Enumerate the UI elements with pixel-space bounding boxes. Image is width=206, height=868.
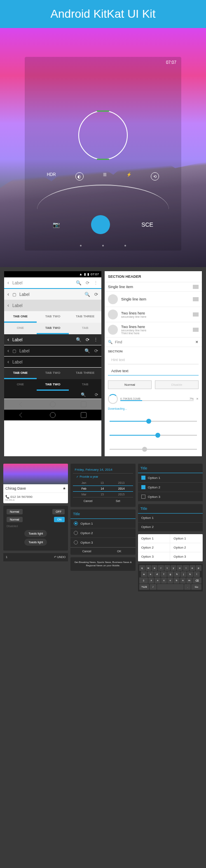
tab-one[interactable]: TAB ONE: [4, 368, 37, 379]
settings-sliders-icon[interactable]: ☰: [103, 172, 107, 181]
tab-one[interactable]: ONE: [4, 323, 37, 334]
menu-item[interactable]: Option 2: [170, 543, 203, 552]
key[interactable]: h: [174, 571, 180, 577]
go-key[interactable]: Go: [191, 584, 201, 590]
key[interactable]: /: [150, 584, 156, 590]
date-selected[interactable]: Feb142014: [73, 486, 133, 492]
search-icon[interactable]: 🔍: [84, 292, 90, 297]
tab-three[interactable]: TAB THREE: [69, 311, 101, 323]
slider[interactable]: [110, 435, 197, 436]
nav-back-button[interactable]: [19, 413, 24, 418]
list-item[interactable]: Single line item: [105, 292, 202, 307]
exposure-icon[interactable]: ◐: [75, 172, 84, 181]
phone-icon[interactable]: 📞: [5, 495, 9, 499]
key[interactable]: r: [158, 565, 164, 571]
refresh-icon[interactable]: ⟳: [86, 337, 89, 343]
find-input[interactable]: [115, 340, 193, 344]
tab-two[interactable]: TAB TWO: [37, 368, 69, 379]
text-input-hint[interactable]: Hint text: [108, 356, 199, 364]
tab-three[interactable]: TAB: [69, 323, 101, 334]
overflow-icon[interactable]: ⋮: [94, 337, 98, 343]
key[interactable]: j: [180, 571, 187, 577]
checkbox-option[interactable]: Option 2: [138, 483, 203, 492]
switch-on[interactable]: ON: [54, 517, 65, 522]
nav-home-button[interactable]: [50, 412, 56, 418]
key[interactable]: u: [177, 565, 183, 571]
key[interactable]: m: [186, 577, 192, 584]
focus-ring[interactable]: [78, 110, 128, 160]
menu-item[interactable]: Option 3: [170, 552, 203, 561]
hdr-toggle[interactable]: HDR: [47, 172, 56, 181]
tab-three[interactable]: TAB: [69, 379, 101, 391]
undo-button[interactable]: ↶ UNDO: [54, 556, 66, 559]
key[interactable]: z: [148, 577, 154, 584]
key[interactable]: c: [161, 577, 167, 584]
key[interactable]: s: [147, 571, 154, 577]
close-icon[interactable]: ✕: [195, 340, 199, 344]
checkbox-option[interactable]: Option 3: [138, 492, 203, 502]
key[interactable]: l: [194, 571, 200, 577]
menu-item[interactable]: Option 1: [170, 534, 203, 543]
key[interactable]: g: [167, 571, 173, 577]
star-icon[interactable]: ★: [63, 486, 66, 490]
menu-item[interactable]: Option 2: [138, 543, 171, 552]
key[interactable]: t: [164, 565, 170, 571]
radio-option[interactable]: Option 3: [70, 538, 135, 547]
search-icon[interactable]: 🔍: [76, 280, 82, 286]
key[interactable]: e: [152, 565, 157, 571]
flash-icon[interactable]: ⚡: [126, 172, 131, 181]
overflow-icon[interactable]: ⋮: [94, 280, 98, 286]
tab-three[interactable]: TAB THREE: [69, 368, 101, 379]
list-item[interactable]: Two lines heresecondary line hereThird l…: [105, 322, 202, 338]
tab-two[interactable]: TAB TWO: [37, 323, 69, 334]
backspace-key[interactable]: ⌫: [192, 577, 201, 584]
menu-item[interactable]: Option 1: [138, 534, 171, 543]
nav-recent-button[interactable]: [81, 401, 87, 407]
set-button[interactable]: Set: [103, 497, 133, 504]
provide-year[interactable]: ✓ Provide a year: [73, 474, 133, 480]
list-item[interactable]: Single line item: [105, 282, 202, 292]
contact-card[interactable]: Chirag Dave★ 📞 012 34 567890MOBILE: [3, 464, 68, 503]
nav-home-button[interactable]: [50, 401, 56, 407]
key[interactable]: q: [139, 565, 145, 571]
tab-two[interactable]: TAB TWO: [37, 311, 69, 323]
normal-button[interactable]: Normal: [108, 380, 152, 389]
cancel-button[interactable]: Cancel: [73, 497, 103, 504]
key[interactable]: k: [187, 571, 193, 577]
shift-key[interactable]: ⇧: [139, 577, 148, 584]
refresh-icon[interactable]: ⟳: [95, 392, 98, 397]
back-icon[interactable]: ‹: [7, 291, 9, 297]
menu-item[interactable]: Option 3: [138, 552, 171, 561]
nav-recent-button[interactable]: [81, 412, 87, 418]
key[interactable]: i: [183, 565, 189, 571]
switch-camera-icon[interactable]: ⟲: [151, 172, 159, 181]
key[interactable]: .: [184, 584, 191, 590]
search-icon[interactable]: 🔍: [76, 337, 82, 343]
checkbox-option[interactable]: Option 1: [138, 473, 203, 483]
key[interactable]: x: [154, 577, 160, 584]
cancel-button[interactable]: Cancel: [70, 548, 103, 555]
key[interactable]: n: [180, 577, 186, 584]
key[interactable]: a: [141, 571, 147, 577]
back-icon[interactable]: ‹: [7, 337, 9, 343]
ok-button[interactable]: OK: [103, 548, 136, 555]
key[interactable]: o: [190, 565, 195, 571]
text-input-active[interactable]: Active text: [108, 367, 199, 375]
refresh-icon[interactable]: ⟳: [94, 292, 98, 297]
back-icon[interactable]: ‹: [7, 348, 9, 354]
item-action-icon[interactable]: [193, 297, 199, 301]
normal-button[interactable]: Normal: [7, 509, 23, 514]
key[interactable]: d: [154, 571, 160, 577]
gallery-icon[interactable]: 📷: [53, 221, 60, 228]
scene-mode[interactable]: SCE: [141, 221, 153, 228]
radio-option[interactable]: Option 1: [70, 519, 135, 528]
nav-back-button[interactable]: [19, 402, 24, 407]
key[interactable]: f: [161, 571, 167, 577]
back-icon[interactable]: ‹: [7, 280, 9, 286]
symbols-key[interactable]: ?123: [139, 584, 150, 590]
back-icon[interactable]: ‹: [7, 359, 9, 365]
list-item[interactable]: Two lines heresecondary line here: [105, 307, 202, 322]
refresh-icon[interactable]: ⟳: [94, 348, 98, 354]
key[interactable]: w: [145, 565, 151, 571]
item-action-icon[interactable]: [193, 312, 199, 317]
